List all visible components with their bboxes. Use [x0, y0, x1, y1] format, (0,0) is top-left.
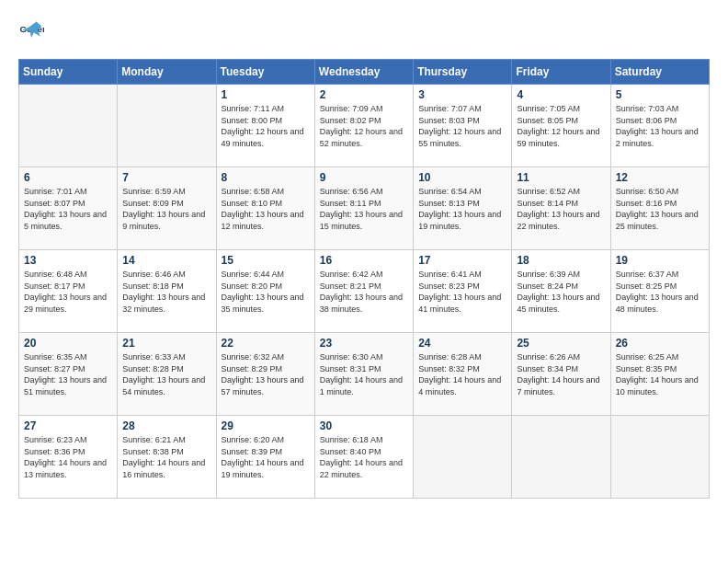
day-info: Sunrise: 6:54 AM Sunset: 8:13 PM Dayligh… [418, 186, 506, 232]
day-cell: 26Sunrise: 6:25 AM Sunset: 8:35 PM Dayli… [610, 333, 709, 416]
day-info: Sunrise: 6:58 AM Sunset: 8:10 PM Dayligh… [222, 186, 310, 232]
day-cell: 2Sunrise: 7:09 AM Sunset: 8:02 PM Daylig… [314, 85, 413, 167]
day-info: Sunrise: 6:21 AM Sunset: 8:38 PM Dayligh… [122, 434, 210, 480]
day-info: Sunrise: 6:33 AM Sunset: 8:28 PM Dayligh… [122, 351, 210, 397]
day-info: Sunrise: 6:41 AM Sunset: 8:23 PM Dayligh… [418, 269, 506, 315]
day-cell: 29Sunrise: 6:20 AM Sunset: 8:39 PM Dayli… [216, 416, 314, 499]
day-cell: 19Sunrise: 6:37 AM Sunset: 8:25 PM Dayli… [610, 250, 709, 333]
header-day-saturday: Saturday [610, 60, 709, 85]
day-info: Sunrise: 6:32 AM Sunset: 8:29 PM Dayligh… [222, 351, 310, 397]
day-cell [414, 416, 512, 499]
day-cell: 7Sunrise: 6:59 AM Sunset: 8:09 PM Daylig… [118, 167, 216, 250]
day-cell: 1Sunrise: 7:11 AM Sunset: 8:00 PM Daylig… [216, 85, 314, 167]
day-info: Sunrise: 6:46 AM Sunset: 8:18 PM Dayligh… [122, 269, 210, 315]
day-number: 11 [517, 171, 605, 184]
day-info: Sunrise: 6:37 AM Sunset: 8:25 PM Dayligh… [616, 269, 704, 315]
day-number: 26 [616, 337, 704, 350]
day-cell: 6Sunrise: 7:01 AM Sunset: 8:07 PM Daylig… [19, 167, 118, 250]
day-cell: 16Sunrise: 6:42 AM Sunset: 8:21 PM Dayli… [314, 250, 413, 333]
day-number: 15 [222, 254, 310, 267]
day-cell [610, 416, 709, 499]
header-day-wednesday: Wednesday [314, 60, 413, 85]
day-info: Sunrise: 7:11 AM Sunset: 8:00 PM Dayligh… [222, 103, 310, 149]
day-number: 25 [517, 337, 605, 350]
day-cell: 30Sunrise: 6:18 AM Sunset: 8:40 PM Dayli… [314, 416, 413, 499]
day-cell: 9Sunrise: 6:56 AM Sunset: 8:11 PM Daylig… [314, 167, 413, 250]
day-number: 16 [320, 254, 408, 267]
day-number: 9 [320, 171, 408, 184]
day-cell: 12Sunrise: 6:50 AM Sunset: 8:16 PM Dayli… [610, 167, 709, 250]
day-number: 13 [24, 254, 112, 267]
day-cell: 28Sunrise: 6:21 AM Sunset: 8:38 PM Dayli… [118, 416, 216, 499]
day-cell [512, 416, 610, 499]
day-cell [118, 85, 216, 167]
day-info: Sunrise: 6:59 AM Sunset: 8:09 PM Dayligh… [122, 186, 210, 232]
day-number: 7 [122, 171, 210, 184]
day-cell: 22Sunrise: 6:32 AM Sunset: 8:29 PM Dayli… [216, 333, 314, 416]
calendar-table: SundayMondayTuesdayWednesdayThursdayFrid… [18, 59, 710, 499]
day-number: 30 [320, 419, 408, 432]
day-info: Sunrise: 6:35 AM Sunset: 8:27 PM Dayligh… [24, 351, 112, 397]
header-day-thursday: Thursday [414, 60, 512, 85]
day-number: 28 [122, 419, 210, 432]
day-cell: 15Sunrise: 6:44 AM Sunset: 8:20 PM Dayli… [216, 250, 314, 333]
day-number: 27 [24, 419, 112, 432]
day-cell: 3Sunrise: 7:07 AM Sunset: 8:03 PM Daylig… [414, 85, 512, 167]
day-cell: 27Sunrise: 6:23 AM Sunset: 8:36 PM Dayli… [19, 416, 118, 499]
day-number: 29 [222, 419, 310, 432]
day-info: Sunrise: 7:05 AM Sunset: 8:05 PM Dayligh… [517, 103, 605, 149]
week-row-4: 20Sunrise: 6:35 AM Sunset: 8:27 PM Dayli… [19, 333, 710, 416]
day-number: 22 [222, 337, 310, 350]
day-cell: 14Sunrise: 6:46 AM Sunset: 8:18 PM Dayli… [118, 250, 216, 333]
day-info: Sunrise: 7:01 AM Sunset: 8:07 PM Dayligh… [24, 186, 112, 232]
day-info: Sunrise: 6:28 AM Sunset: 8:32 PM Dayligh… [418, 351, 506, 397]
day-number: 1 [222, 88, 310, 101]
week-row-5: 27Sunrise: 6:23 AM Sunset: 8:36 PM Dayli… [19, 416, 710, 499]
day-number: 14 [122, 254, 210, 267]
day-number: 5 [616, 88, 704, 101]
day-number: 18 [517, 254, 605, 267]
day-info: Sunrise: 7:07 AM Sunset: 8:03 PM Dayligh… [418, 103, 506, 149]
day-cell: 11Sunrise: 6:52 AM Sunset: 8:14 PM Dayli… [512, 167, 610, 250]
day-info: Sunrise: 6:52 AM Sunset: 8:14 PM Dayligh… [517, 186, 605, 232]
header-day-friday: Friday [512, 60, 610, 85]
calendar-header: SundayMondayTuesdayWednesdayThursdayFrid… [19, 60, 710, 85]
week-row-2: 6Sunrise: 7:01 AM Sunset: 8:07 PM Daylig… [19, 167, 710, 250]
calendar-body: 1Sunrise: 7:11 AM Sunset: 8:00 PM Daylig… [19, 85, 710, 499]
day-number: 2 [320, 88, 408, 101]
day-number: 21 [122, 337, 210, 350]
logo: General [18, 18, 48, 44]
day-info: Sunrise: 6:23 AM Sunset: 8:36 PM Dayligh… [24, 434, 112, 480]
day-cell: 25Sunrise: 6:26 AM Sunset: 8:34 PM Dayli… [512, 333, 610, 416]
day-info: Sunrise: 6:39 AM Sunset: 8:24 PM Dayligh… [517, 269, 605, 315]
day-number: 17 [418, 254, 506, 267]
day-cell: 21Sunrise: 6:33 AM Sunset: 8:28 PM Dayli… [118, 333, 216, 416]
day-info: Sunrise: 7:09 AM Sunset: 8:02 PM Dayligh… [320, 103, 408, 149]
day-info: Sunrise: 7:03 AM Sunset: 8:06 PM Dayligh… [616, 103, 704, 149]
day-cell: 8Sunrise: 6:58 AM Sunset: 8:10 PM Daylig… [216, 167, 314, 250]
week-row-1: 1Sunrise: 7:11 AM Sunset: 8:00 PM Daylig… [19, 85, 710, 167]
day-number: 10 [418, 171, 506, 184]
day-info: Sunrise: 6:18 AM Sunset: 8:40 PM Dayligh… [320, 434, 408, 480]
day-number: 6 [24, 171, 112, 184]
day-number: 4 [517, 88, 605, 101]
day-number: 3 [418, 88, 506, 101]
page-header: General [18, 18, 710, 44]
day-cell: 5Sunrise: 7:03 AM Sunset: 8:06 PM Daylig… [610, 85, 709, 167]
header-day-sunday: Sunday [19, 60, 118, 85]
day-info: Sunrise: 6:26 AM Sunset: 8:34 PM Dayligh… [517, 351, 605, 397]
day-cell [19, 85, 118, 167]
day-info: Sunrise: 6:30 AM Sunset: 8:31 PM Dayligh… [320, 351, 408, 397]
day-number: 23 [320, 337, 408, 350]
day-info: Sunrise: 6:20 AM Sunset: 8:39 PM Dayligh… [222, 434, 310, 480]
day-cell: 13Sunrise: 6:48 AM Sunset: 8:17 PM Dayli… [19, 250, 118, 333]
day-info: Sunrise: 6:50 AM Sunset: 8:16 PM Dayligh… [616, 186, 704, 232]
day-info: Sunrise: 6:48 AM Sunset: 8:17 PM Dayligh… [24, 269, 112, 315]
day-number: 20 [24, 337, 112, 350]
day-cell: 20Sunrise: 6:35 AM Sunset: 8:27 PM Dayli… [19, 333, 118, 416]
header-day-tuesday: Tuesday [216, 60, 314, 85]
day-number: 24 [418, 337, 506, 350]
day-info: Sunrise: 6:25 AM Sunset: 8:35 PM Dayligh… [616, 351, 704, 397]
day-cell: 10Sunrise: 6:54 AM Sunset: 8:13 PM Dayli… [414, 167, 512, 250]
day-number: 19 [616, 254, 704, 267]
